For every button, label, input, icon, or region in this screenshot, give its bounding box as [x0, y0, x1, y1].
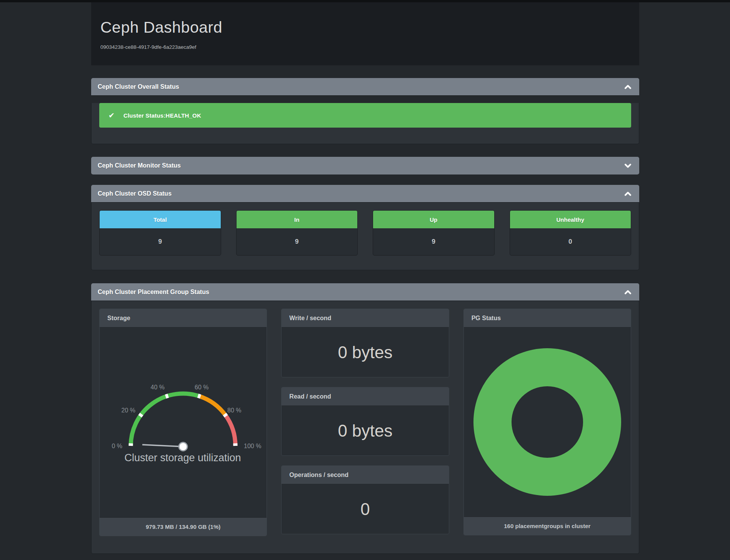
panel-title: Ceph Cluster OSD Status	[98, 190, 172, 197]
gauge-needle	[142, 445, 183, 447]
write-per-second-body: 0 bytes	[282, 327, 448, 377]
sub-panel-title: Operations / second	[289, 472, 348, 479]
storage-panel-heading: Storage	[100, 309, 267, 327]
pg-status-footer: 160 placementgroups in cluster	[464, 517, 631, 535]
panel-pg-status-heading[interactable]: Ceph Cluster Placement Group Status	[91, 283, 639, 301]
cluster-health-alert: ✔ Cluster Status:HEALTH_OK	[99, 103, 631, 128]
dashboard-content: Ceph Dashboard 09034238-ce88-4917-9dfe-6…	[91, 2, 639, 554]
sub-panel-title: Write / second	[289, 315, 331, 322]
panel-monitor-status: Ceph Cluster Monitor Status	[91, 157, 639, 174]
gauge-title: Cluster storage utilization	[125, 452, 241, 464]
read-per-second-body: 0 bytes	[282, 406, 448, 455]
gauge-arc-orange	[199, 396, 225, 415]
storage-panel: Storage	[99, 309, 267, 536]
pg-status-heading: PG Status	[464, 309, 631, 327]
page-title: Ceph Dashboard	[100, 18, 639, 37]
write-per-second-heading: Write / second	[282, 309, 448, 327]
pg-status-donut-hole	[512, 386, 583, 458]
operations-per-second-heading: Operations / second	[282, 466, 448, 484]
cluster-health-text: Cluster Status:HEALTH_OK	[123, 112, 201, 119]
pg-count-value: 160 placementgroups in cluster	[504, 523, 590, 529]
stat-value: 0	[510, 228, 631, 255]
pg-status-chart-area	[464, 327, 631, 517]
chevron-up-icon	[624, 289, 632, 294]
panel-osd-status-body: Total 9 In 9 Up 9 Unhealthy 0	[91, 203, 639, 270]
write-per-second-panel: Write / second 0 bytes	[281, 309, 449, 377]
panel-overall-status-body: ✔ Cluster Status:HEALTH_OK	[91, 103, 639, 144]
operations-per-second-value: 0	[360, 500, 370, 519]
stat-value: 9	[373, 228, 494, 255]
stat-label: In	[294, 216, 299, 223]
storage-usage-value: 979.73 MB / 134.90 GB (1%)	[146, 523, 220, 530]
gauge-tick-20: 20 %	[122, 407, 135, 414]
osd-up-stat: Up 9	[373, 210, 495, 256]
osd-unhealthy-stat: Unhealthy 0	[510, 210, 632, 256]
osd-in-stat-header: In	[237, 211, 358, 228]
gauge-needle-hub	[179, 442, 187, 451]
read-per-second-heading: Read / second	[282, 387, 448, 406]
storage-footer: 979.73 MB / 134.90 GB (1%)	[100, 517, 267, 536]
stat-label: Unhealthy	[556, 216, 584, 223]
panel-overall-status: Ceph Cluster Overall Status ✔ Cluster St…	[91, 78, 639, 144]
throughput-column: Write / second 0 bytes Read / second 0 b…	[281, 309, 449, 534]
gauge-tick-40: 40 %	[151, 384, 165, 391]
osd-total-stat: Total 9	[99, 210, 221, 256]
sub-panel-title: Storage	[107, 315, 130, 322]
read-per-second-panel: Read / second 0 bytes	[281, 387, 449, 456]
stat-label: Total	[153, 216, 167, 223]
dashboard-header: Ceph Dashboard 09034238-ce88-4917-9dfe-6…	[91, 2, 639, 65]
panel-title: Ceph Cluster Overall Status	[98, 83, 179, 90]
chevron-down-icon	[624, 163, 632, 168]
panel-title: Ceph Cluster Placement Group Status	[98, 289, 209, 296]
panel-osd-status: Ceph Cluster OSD Status Total 9 In 9 Up	[91, 185, 639, 270]
sub-panel-title: Read / second	[289, 393, 331, 400]
gauge-arc-green	[131, 394, 199, 446]
cluster-fsid: 09034238-ce88-4917-9dfe-6a223aeca9ef	[100, 44, 639, 50]
gauge-arc-red	[225, 415, 235, 446]
pg-status-donut	[473, 348, 621, 496]
panel-monitor-status-heading[interactable]: Ceph Cluster Monitor Status	[91, 157, 639, 174]
pg-status-panel: PG Status 160 placementgroups in cluster	[463, 309, 631, 535]
panel-pg-status-body: Storage	[91, 301, 639, 554]
write-per-second-value: 0 bytes	[338, 343, 393, 362]
gauge-tick-60: 60 %	[195, 384, 208, 391]
gauge-tick-80: 80 %	[227, 407, 241, 414]
operations-per-second-panel: Operations / second 0	[281, 465, 449, 534]
stat-label: Up	[430, 216, 437, 223]
osd-total-stat-header: Total	[100, 211, 221, 228]
operations-per-second-body: 0	[282, 484, 448, 534]
sub-panel-title: PG Status	[472, 315, 501, 322]
panel-title: Ceph Cluster Monitor Status	[98, 162, 181, 169]
storage-gauge: 0 % 20 % 40 % 60 % 80 % 100 % Cluster st…	[99, 369, 267, 486]
osd-in-stat: In 9	[236, 210, 358, 256]
read-per-second-value: 0 bytes	[338, 421, 393, 440]
osd-unhealthy-stat-header: Unhealthy	[510, 211, 631, 228]
panel-osd-status-heading[interactable]: Ceph Cluster OSD Status	[91, 185, 639, 203]
stat-value: 9	[237, 228, 358, 255]
panel-pg-status: Ceph Cluster Placement Group Status Stor…	[91, 283, 639, 554]
chevron-up-icon	[624, 191, 632, 196]
panel-overall-status-heading[interactable]: Ceph Cluster Overall Status	[91, 78, 639, 96]
gauge-tick-100: 100 %	[244, 443, 261, 449]
storage-gauge-area: 0 % 20 % 40 % 60 % 80 % 100 % Cluster st…	[100, 327, 267, 517]
check-icon: ✔	[108, 111, 115, 120]
osd-up-stat-header: Up	[373, 211, 494, 228]
gauge-tick-0: 0 %	[112, 443, 123, 449]
stat-value: 9	[100, 228, 221, 255]
chevron-up-icon	[624, 84, 632, 89]
